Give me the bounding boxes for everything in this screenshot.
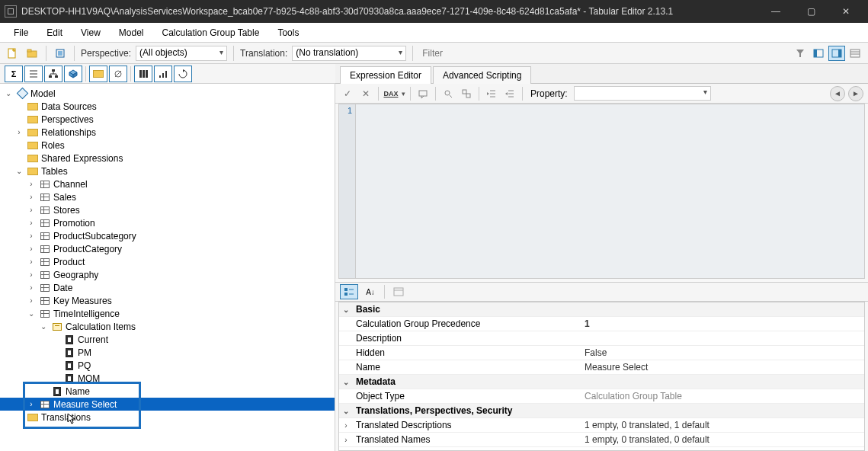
prop-row-cgp[interactable]: Calculation Group Precedence1	[339, 317, 864, 331]
tree-node-table[interactable]: ›Sales	[0, 190, 335, 203]
expander-icon[interactable]: ›	[26, 400, 37, 408]
menu-view[interactable]: View	[73, 25, 108, 40]
layout-toggle-2[interactable]	[828, 46, 845, 61]
expander-icon[interactable]: ›	[26, 180, 37, 188]
close-button[interactable]: ✕	[828, 0, 863, 23]
measure-filter-icon[interactable]: Σ	[5, 66, 23, 82]
sort-icon[interactable]	[154, 66, 172, 82]
expander-icon[interactable]: ⌄	[339, 407, 353, 415]
prop-category-basic[interactable]: ⌄Basic	[339, 302, 864, 317]
tree-node-calc-item[interactable]: Current	[0, 333, 335, 346]
property-grid[interactable]: ⌄Basic Calculation Group Precedence1 Des…	[338, 302, 865, 451]
tree-node-timeintelligence[interactable]: ⌄TimeIntelligence	[0, 307, 335, 320]
prop-row-hidden[interactable]: HiddenFalse	[339, 346, 864, 360]
prop-row-translated-names[interactable]: ›Translated Names1 empty, 0 translated, …	[339, 433, 864, 447]
cancel-icon[interactable]: ✕	[358, 86, 373, 101]
maximize-button[interactable]: ▢	[793, 0, 828, 23]
dax-format-icon[interactable]: DAX	[383, 86, 399, 101]
columns-icon[interactable]	[134, 66, 152, 82]
expander-icon[interactable]: ›	[26, 232, 37, 240]
prop-category-metadata[interactable]: ⌄Metadata	[339, 375, 864, 389]
list-view-icon[interactable]	[24, 66, 43, 82]
tree-node-table[interactable]: ›Promotion	[0, 216, 335, 229]
expander-icon[interactable]: ›	[339, 421, 353, 430]
expander-icon[interactable]: ›	[339, 436, 353, 444]
tree-node-table[interactable]: ›Date	[0, 281, 335, 294]
tree-node-table[interactable]: ›Stores	[0, 203, 335, 216]
tree-node-table[interactable]: ›ProductCategory	[0, 242, 335, 255]
folder-toggle-icon[interactable]	[89, 66, 107, 82]
menu-edit[interactable]: Edit	[39, 25, 70, 40]
comment-icon[interactable]	[415, 86, 431, 101]
translation-dropdown[interactable]: (No translation)	[292, 46, 406, 61]
expander-icon[interactable]: ›	[26, 257, 37, 266]
tree-node-calc-item[interactable]: MOM	[0, 372, 335, 385]
tree-node-measure-select[interactable]: ›Measure Select	[0, 398, 335, 411]
tree-node-table[interactable]: ›Channel	[0, 178, 335, 190]
tree-node-tables[interactable]: ⌄ Tables	[0, 165, 335, 178]
nav-back-icon[interactable]: ◄	[830, 86, 845, 101]
tree-node-calc-item[interactable]: PQ	[0, 359, 335, 372]
tree-node-relationships[interactable]: › Relationships	[0, 126, 335, 139]
prop-row-description[interactable]: Description	[339, 331, 864, 346]
alphabetical-view-icon[interactable]: A↓	[361, 284, 380, 299]
tab-advanced-scripting[interactable]: Advanced Scripting	[433, 66, 531, 84]
minimize-button[interactable]: —	[758, 0, 793, 23]
hierarchy-icon[interactable]	[44, 66, 62, 82]
prop-value[interactable]: 1	[581, 317, 864, 331]
expander-icon[interactable]: ⌄	[3, 89, 14, 98]
expander-icon[interactable]: ›	[26, 270, 37, 279]
hidden-toggle-icon[interactable]	[109, 66, 127, 82]
new-file-icon[interactable]	[5, 46, 20, 61]
prop-value[interactable]	[581, 337, 864, 340]
expander-icon[interactable]: ⌄	[14, 167, 24, 175]
prop-value[interactable]: Measure Select	[581, 360, 864, 374]
prop-row-object-type[interactable]: Object TypeCalculation Group Table	[339, 389, 864, 404]
expander-icon[interactable]: ›	[26, 219, 37, 227]
deploy-icon[interactable]	[53, 46, 68, 61]
tab-expression-editor[interactable]: Expression Editor	[340, 66, 431, 84]
tree-node-datasources[interactable]: Data Sources	[0, 100, 335, 113]
prop-row-translated-descriptions[interactable]: ›Translated Descriptions1 empty, 0 trans…	[339, 418, 864, 433]
tree-node-perspectives[interactable]: Perspectives	[0, 113, 335, 126]
nav-forward-icon[interactable]: ►	[848, 86, 863, 101]
expression-editor-area[interactable]: 1	[338, 104, 865, 279]
prop-category-translations[interactable]: ⌄Translations, Perspectives, Security	[339, 404, 864, 418]
expander-icon[interactable]: ⌄	[26, 309, 37, 318]
perspective-dropdown[interactable]: (All objects)	[136, 46, 227, 61]
menu-tools[interactable]: Tools	[270, 25, 306, 40]
expander-icon[interactable]: ›	[26, 296, 37, 305]
menu-model[interactable]: Model	[111, 25, 152, 40]
tree-node-table[interactable]: ›Geography	[0, 268, 335, 281]
search-icon[interactable]	[440, 86, 456, 101]
tree-node-table[interactable]: ›ProductSubcategory	[0, 229, 335, 242]
cube-filter-icon[interactable]	[64, 66, 82, 82]
tree-node-table[interactable]: ›Product	[0, 255, 335, 268]
tree-node-translations[interactable]: Translations	[0, 411, 335, 424]
expander-icon[interactable]: ⌄	[339, 378, 353, 386]
filter-input[interactable]	[419, 46, 787, 60]
outdent-icon[interactable]	[502, 86, 517, 101]
open-file-icon[interactable]	[24, 46, 40, 61]
replace-icon[interactable]	[459, 86, 474, 101]
expander-icon[interactable]: ⌄	[38, 322, 49, 331]
categorized-view-icon[interactable]	[340, 284, 358, 299]
expander-icon[interactable]: ›	[26, 245, 37, 253]
tree-node-table[interactable]: ›Key Measures	[0, 294, 335, 307]
tree-node-calc-items[interactable]: ⌄Calculation Items	[0, 320, 335, 333]
filter-icon[interactable]	[792, 46, 809, 61]
prop-value[interactable]: False	[581, 346, 864, 360]
tree-node-name-column[interactable]: Name	[0, 385, 335, 398]
layout-toggle-3[interactable]	[847, 46, 863, 61]
tree-node-shared-expressions[interactable]: Shared Expressions	[0, 152, 335, 165]
refresh-icon[interactable]	[174, 66, 192, 82]
menu-file[interactable]: File	[6, 25, 36, 40]
expander-icon[interactable]: ⌄	[339, 305, 353, 314]
tree-node-roles[interactable]: Roles	[0, 139, 335, 152]
tree-node-calc-item[interactable]: PM	[0, 346, 335, 359]
property-dropdown[interactable]	[574, 86, 711, 101]
expander-icon[interactable]: ›	[26, 206, 37, 214]
prop-row-name[interactable]: NameMeasure Select	[339, 360, 864, 375]
property-pages-icon[interactable]	[389, 284, 408, 299]
indent-icon[interactable]	[484, 86, 499, 101]
